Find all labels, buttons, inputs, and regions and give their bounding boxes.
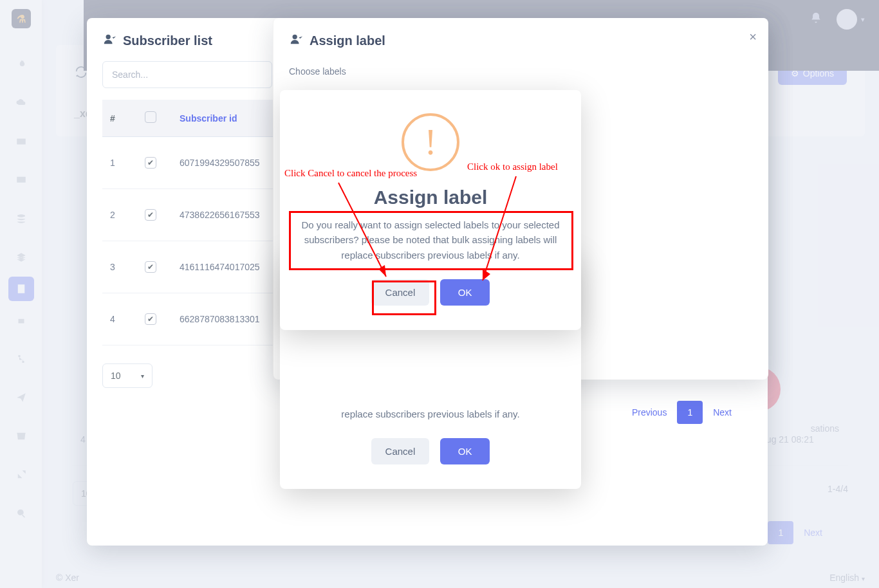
assign-label-title: Assign label	[310, 33, 385, 48]
confirm-dialog: ! Assign label Do you really want to ass…	[280, 90, 581, 330]
pager-prev[interactable]: Previous	[622, 401, 677, 424]
ok-button[interactable]: OK	[440, 279, 490, 306]
row-subscriber-id: 4161116474017025	[180, 262, 260, 272]
col-subscriber-id[interactable]: Subscriber id	[180, 113, 237, 124]
cancel-button[interactable]: Cancel	[371, 279, 430, 306]
select-all-checkbox[interactable]	[145, 111, 156, 123]
row-subscriber-id: 6071994329507855	[180, 158, 260, 168]
row-checkbox[interactable]: ✔	[145, 313, 156, 325]
subscriber-list-title: Subscriber list	[123, 33, 212, 48]
user-tag-icon	[289, 32, 303, 50]
confirm-body: Do you really want to assign selected la…	[301, 217, 560, 262]
row-index: 3	[110, 262, 115, 272]
cancel-button-ghost[interactable]: Cancel	[371, 438, 430, 464]
confirm-body-ghost: replace subscribers previous labels if a…	[301, 407, 560, 421]
close-icon[interactable]: ×	[749, 30, 757, 44]
pager-next[interactable]: Next	[703, 401, 742, 424]
row-index: 4	[110, 314, 115, 324]
row-subscriber-id: 6628787083813301	[180, 314, 260, 324]
confirm-title: Assign label	[301, 187, 560, 208]
chevron-down-icon: ▾	[141, 372, 144, 380]
row-index: 2	[110, 210, 115, 220]
row-checkbox[interactable]: ✔	[145, 261, 156, 273]
search-input[interactable]: Search...	[102, 61, 272, 88]
ok-button-ghost[interactable]: OK	[440, 438, 490, 464]
col-hash: #	[110, 113, 115, 124]
choose-labels-label: Choose labels	[289, 66, 753, 77]
per-page-select[interactable]: 10▾	[102, 363, 153, 388]
row-subscriber-id: 4738622656167553	[180, 210, 260, 220]
row-checkbox[interactable]: ✔	[145, 157, 156, 169]
pager-page-1[interactable]: 1	[677, 401, 703, 424]
row-checkbox[interactable]: ✔	[145, 209, 156, 221]
warning-icon: !	[402, 113, 459, 171]
user-check-icon	[102, 32, 116, 50]
row-index: 1	[110, 158, 115, 168]
